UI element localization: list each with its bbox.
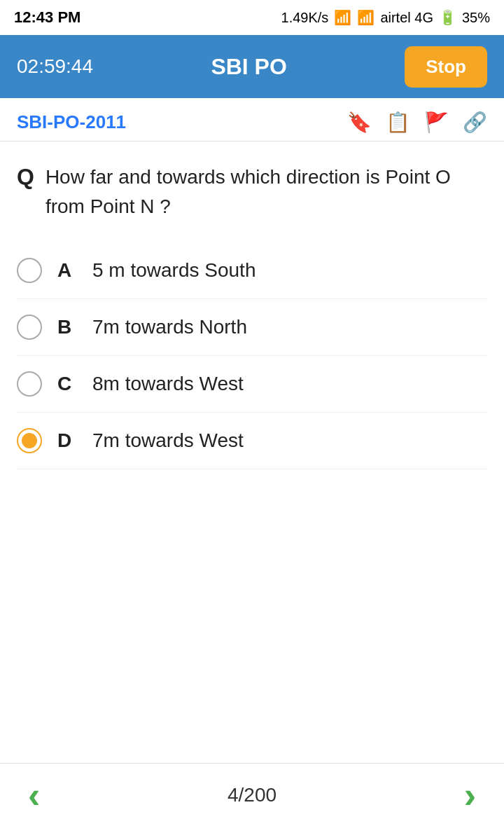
option-text-d: 7m towards West bbox=[92, 429, 244, 452]
status-right: 1.49K/s 📶 📶 airtel 4G 🔋 35% bbox=[281, 9, 490, 26]
option-text-c: 8m towards West bbox=[92, 373, 244, 395]
option-radio-a bbox=[17, 258, 42, 283]
bookmark-icon[interactable]: 🔖 bbox=[347, 111, 372, 134]
network-speed: 1.49K/s bbox=[281, 10, 329, 26]
option-text-a: 5 m towards South bbox=[92, 259, 255, 282]
question-label: Q bbox=[17, 163, 34, 192]
question-header: SBI-PO-2011 🔖 📋 🚩 🔗 bbox=[0, 98, 504, 142]
header-icons: 🔖 📋 🚩 🔗 bbox=[347, 111, 487, 134]
page-indicator: 4/200 bbox=[227, 784, 276, 806]
exam-title: SBI PO bbox=[211, 54, 286, 80]
share-icon[interactable]: 🔗 bbox=[463, 111, 487, 134]
option-letter-d: D bbox=[57, 429, 77, 452]
prev-button[interactable]: ‹ bbox=[28, 777, 40, 813]
question-set-label: SBI-PO-2011 bbox=[17, 111, 126, 133]
question-text: How far and towards which direction is P… bbox=[46, 163, 487, 221]
option-letter-c: C bbox=[57, 373, 77, 395]
battery-level: 35% bbox=[462, 10, 490, 26]
signal-icon: 📶 bbox=[357, 9, 374, 26]
options-list: A5 m towards SouthB7m towards NorthC8m t… bbox=[17, 242, 487, 469]
wifi-icon: 📶 bbox=[334, 9, 351, 26]
status-bar: 12:43 PM 1.49K/s 📶 📶 airtel 4G 🔋 35% bbox=[0, 0, 504, 35]
option-radio-c bbox=[17, 371, 42, 397]
option-item-b[interactable]: B7m towards North bbox=[17, 299, 487, 356]
option-radio-d bbox=[17, 428, 42, 453]
option-item-a[interactable]: A5 m towards South bbox=[17, 242, 487, 299]
option-item-c[interactable]: C8m towards West bbox=[17, 356, 487, 413]
question-body: Q How far and towards which direction is… bbox=[0, 142, 504, 476]
option-text-b: 7m towards North bbox=[92, 316, 247, 338]
next-button[interactable]: › bbox=[464, 777, 476, 813]
option-radio-inner bbox=[22, 433, 37, 448]
status-time: 12:43 PM bbox=[14, 8, 80, 27]
exam-timer: 02:59:44 bbox=[17, 55, 93, 78]
top-bar: 02:59:44 SBI PO Stop bbox=[0, 35, 504, 98]
note-icon[interactable]: 📋 bbox=[386, 111, 410, 134]
option-letter-b: B bbox=[57, 316, 77, 338]
bottom-nav: ‹ 4/200 › bbox=[0, 763, 504, 826]
option-radio-b bbox=[17, 315, 42, 340]
carrier-label: airtel 4G bbox=[380, 10, 433, 26]
battery-icon: 🔋 bbox=[439, 9, 456, 26]
option-item-d[interactable]: D7m towards West bbox=[17, 413, 487, 469]
option-letter-a: A bbox=[57, 259, 77, 282]
question-text-row: Q How far and towards which direction is… bbox=[17, 163, 487, 221]
flag-icon[interactable]: 🚩 bbox=[424, 111, 449, 134]
stop-button[interactable]: Stop bbox=[405, 46, 487, 88]
